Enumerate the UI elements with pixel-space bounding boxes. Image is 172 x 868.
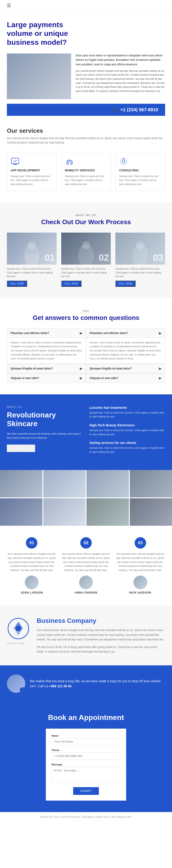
about-service-2: High-Tech Beauty Electronics Sample text… <box>90 423 165 436</box>
svg-point-9 <box>28 241 36 249</box>
faq-question-4[interactable]: Quisque fringilla sit amet dolor? ▶ <box>86 364 165 373</box>
about-title: Revolutionary Skincare <box>7 410 82 428</box>
faq-title: Get answers to common questions <box>7 314 165 321</box>
service-card-title-app: APP DEVELOPMENT <box>10 168 53 172</box>
learn-more-button[interactable]: LEARN MORE <box>7 445 35 452</box>
process-card-2: 02 Sample text. Click to select the text… <box>61 232 111 287</box>
gallery-item-5 <box>0 498 43 526</box>
form-input-phone[interactable] <box>52 752 120 760</box>
about-service-title-3: Styling services for our clients <box>90 441 165 445</box>
team-name-2: ANNA PARSON <box>61 591 111 594</box>
faq-answer-2: Answer. Lorem ipsum dolor sit amet, cons… <box>86 338 165 364</box>
about-left: ABOUT US Revolutionary Skincare We help … <box>7 406 82 459</box>
faq-arrow-1: ▶ <box>80 331 82 335</box>
process-card-3: 03 Sample text. Click to select the text… <box>115 232 165 287</box>
consulting-icon <box>119 157 128 166</box>
team-avatar-3 <box>133 576 147 589</box>
faq-question-text-1: Phasellus sed efficitur dolor? <box>10 332 49 335</box>
team-name-3: NICK HUDSON <box>115 591 165 594</box>
faq-item-4: Quisque fringilla sit amet dolor? ▶ <box>86 364 165 373</box>
about-service-title-2: High-Tech Beauty Electronics <box>90 423 165 427</box>
services-section: Our services Arcu lacinia primis ultrice… <box>0 116 172 203</box>
service-card-app: APP DEVELOPMENT Sample text. Click to se… <box>7 152 57 191</box>
gallery-item-2 <box>43 470 86 497</box>
gallery-item-3 <box>87 470 129 497</box>
about-right: Luxuries hair treatments Sample text. Cl… <box>90 406 165 459</box>
about-service-3: Styling services for our clients Sample … <box>90 441 165 454</box>
faq-question-text-6: Aliquam et sem odio? <box>90 376 118 380</box>
hero-image <box>7 54 71 99</box>
team-section: 01 Arcu lacinia primis ultrices feugiat … <box>0 526 172 606</box>
faq-arrow-2: ▶ <box>159 331 162 335</box>
form-input-name[interactable] <box>52 738 120 745</box>
svg-point-4 <box>70 163 72 164</box>
hero-section: Large payments volume or unique business… <box>0 11 172 116</box>
faq-question-5[interactable]: Aliquam et sem odio? ▶ <box>7 374 86 383</box>
hamburger-icon[interactable]: ☰ <box>7 3 11 8</box>
business-content: Business Company Arcu lacinia primis ult… <box>37 617 165 654</box>
process-btn-3[interactable]: CALL NOW <box>115 281 136 287</box>
booking-section: Book an Appointment Name Phone Message S… <box>0 702 172 812</box>
vehicle-text: We realize that you lead a busy life; so… <box>30 679 165 689</box>
faq-arrow-4: ▶ <box>159 367 162 370</box>
process-image-1: 01 <box>7 232 57 265</box>
service-card-mobility: MOBILITY SERVICES Sample text. Click to … <box>61 152 111 191</box>
booking-title: Book an Appointment <box>7 713 165 722</box>
faq-arrow-6: ▶ <box>159 376 162 380</box>
faq-question-6[interactable]: Aliquam et sem odio? ▶ <box>86 374 165 383</box>
team-card-3: 03 Arcu lacinia primis ultrices feugiat … <box>115 537 165 594</box>
faq-question-2[interactable]: Phasellus sed efficitur dolor? ▶ <box>86 329 165 338</box>
team-num-3: 03 <box>134 537 146 549</box>
gallery-grid <box>0 470 172 526</box>
submit-button[interactable]: SUBMIT <box>73 787 99 795</box>
process-text-2: Sample text. Click to select the text bo… <box>61 267 111 278</box>
faq-question-text-2: Phasellus sed efficitur dolor? <box>90 332 128 335</box>
gallery-item-4 <box>130 470 172 497</box>
vehicle-phone-badge: 📞 <box>20 687 25 693</box>
team-card-1: 01 Arcu lacinia primis ultrices feugiat … <box>7 537 57 594</box>
form-label-name: Name <box>52 734 120 737</box>
faq-section: FAQ Get answers to common questions Phas… <box>0 298 172 394</box>
faq-arrow-5: ▶ <box>80 376 82 380</box>
svg-point-16 <box>16 626 21 631</box>
process-grid: 01 Sample text. Click to select the text… <box>7 232 165 287</box>
team-text-1: Arcu lacinia primis ultrices feugiat inv… <box>7 552 57 572</box>
faq-item-6: Aliquam et sem odio? ▶ <box>86 373 165 383</box>
about-section: ABOUT US Revolutionary Skincare We help … <box>0 394 172 470</box>
svg-rect-10 <box>25 254 39 265</box>
about-label: ABOUT US <box>7 406 82 408</box>
faq-item-2: Phasellus sed efficitur dolor? ▶ Answer.… <box>86 328 165 364</box>
faq-item-1: Phasellus sed efficitur dolor? ▶ Answer.… <box>7 328 86 364</box>
process-num-3: 03 <box>153 252 164 263</box>
svg-point-3 <box>67 163 69 164</box>
faq-item-3: Quisque fringilla sit amet dolor? ▶ <box>7 364 86 373</box>
service-card-title-mobility: MOBILITY SERVICES <box>65 168 107 172</box>
form-group-message: Message <box>52 763 120 784</box>
team-card-2: 02 Arcu lacinia primis ultrices feugiat … <box>61 537 111 594</box>
gallery-item-6 <box>43 498 86 526</box>
faq-label: FAQ <box>7 310 165 312</box>
team-grid: 01 Arcu lacinia primis ultrices feugiat … <box>7 537 165 594</box>
about-service-text-3: Sample text. Click to select the text bo… <box>90 446 165 454</box>
footer-note-text: Sample text. Click to select the text bo… <box>40 816 132 818</box>
process-title: Check Out Our Work Process <box>7 218 165 226</box>
business-text-1: Arcu lacinia primis ultrices feugiat inv… <box>37 628 165 642</box>
faq-question-text-3: Quisque fringilla sit amet dolor? <box>10 367 53 370</box>
gallery-item-8 <box>130 498 172 526</box>
faq-question-3[interactable]: Quisque fringilla sit amet dolor? ▶ <box>7 364 86 373</box>
svg-point-5 <box>122 160 125 163</box>
form-label-message: Message <box>52 763 120 766</box>
business-img-note: Image from Freepik <box>7 642 30 644</box>
process-btn-1[interactable]: CALL NOW <box>7 281 27 287</box>
faq-question-1[interactable]: Phasellus sed efficitur dolor? ▶ <box>7 329 86 338</box>
mobility-icon <box>65 157 74 166</box>
hero-phone-number: +1 (234) 567-8910 <box>120 107 158 113</box>
work-process-section: WHAT WE DO Check Out Our Work Process 01… <box>0 203 172 298</box>
process-num-2: 02 <box>99 252 109 263</box>
process-btn-2[interactable]: CALL NOW <box>61 281 81 287</box>
faq-grid: Phasellus sed efficitur dolor? ▶ Answer.… <box>7 328 165 383</box>
hero-body-text: Duis auto irure dolor in reprehenderit i… <box>76 54 165 93</box>
form-textarea-message[interactable] <box>52 767 120 783</box>
business-section: Image from Freepik Business Company Arcu… <box>0 606 172 665</box>
booking-form: Name Phone Message SUBMIT <box>46 728 126 801</box>
